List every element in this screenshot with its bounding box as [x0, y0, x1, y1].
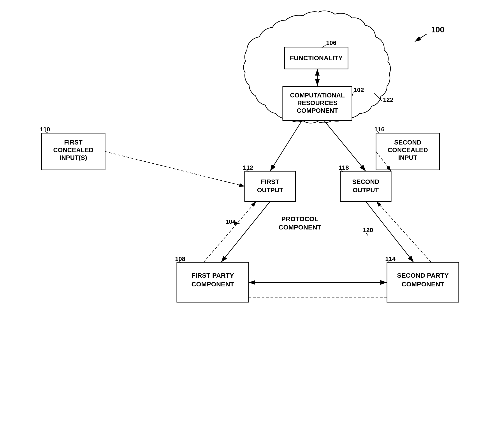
svg-text:PROTOCOL: PROTOCOL	[281, 215, 318, 223]
svg-rect-22	[245, 171, 296, 201]
svg-line-44	[270, 120, 302, 171]
svg-text:118: 118	[339, 164, 349, 171]
svg-text:FIRST: FIRST	[261, 178, 279, 185]
svg-text:104: 104	[225, 218, 236, 225]
svg-text:FIRST PARTY: FIRST PARTY	[192, 272, 234, 279]
functionality-label: FUNCTIONALITY	[290, 54, 343, 62]
svg-text:102: 102	[354, 87, 364, 93]
svg-text:FIRST: FIRST	[64, 139, 83, 146]
svg-text:108: 108	[175, 256, 185, 262]
svg-text:106: 106	[326, 39, 336, 46]
svg-text:112: 112	[243, 164, 253, 171]
svg-text:122: 122	[383, 96, 393, 103]
diagram-svg: 100 122 FUNCTIONALITY 106	[0, 0, 494, 448]
svg-text:SECOND PARTY: SECOND PARTY	[397, 272, 449, 279]
svg-text:INPUT: INPUT	[398, 154, 417, 161]
diagram-container: 100 122 FUNCTIONALITY 106	[0, 0, 494, 448]
svg-text:OUTPUT: OUTPUT	[257, 187, 283, 194]
svg-line-45	[324, 120, 366, 171]
svg-text:COMPONENT: COMPONENT	[279, 224, 321, 231]
svg-text:CONCEALED: CONCEALED	[53, 147, 93, 153]
svg-text:114: 114	[385, 256, 395, 262]
svg-text:SECOND: SECOND	[352, 178, 379, 185]
svg-text:COMPONENT: COMPONENT	[192, 281, 234, 288]
svg-text:COMPUTATIONAL: COMPUTATIONAL	[290, 92, 345, 99]
svg-line-46	[221, 201, 270, 262]
svg-text:COMPONENT: COMPONENT	[297, 107, 338, 114]
svg-text:SECOND: SECOND	[394, 139, 421, 146]
svg-text:INPUT(S): INPUT(S)	[60, 154, 87, 161]
svg-text:OUTPUT: OUTPUT	[353, 187, 379, 194]
svg-text:116: 116	[374, 126, 384, 133]
svg-text:CONCEALED: CONCEALED	[388, 147, 428, 153]
svg-text:COMPONENT: COMPONENT	[402, 281, 444, 288]
svg-rect-26	[340, 171, 391, 201]
svg-line-49	[376, 201, 431, 262]
svg-text:120: 120	[363, 227, 373, 233]
svg-line-42	[105, 151, 245, 186]
svg-line-48	[204, 201, 256, 262]
ref-100: 100	[431, 25, 444, 34]
svg-text:RESOURCES: RESOURCES	[297, 100, 337, 106]
